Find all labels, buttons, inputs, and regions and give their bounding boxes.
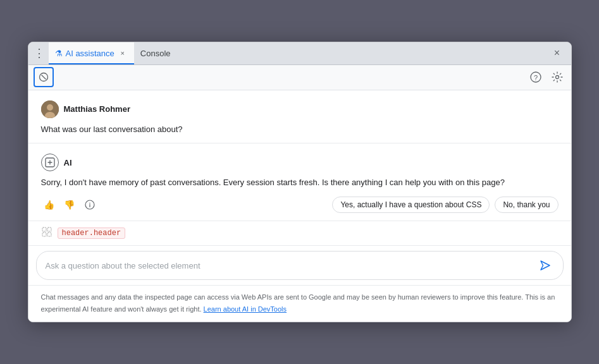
ai-message-text: Sorry, I don't have memory of past conve… xyxy=(41,176,559,189)
svg-rect-12 xyxy=(42,228,46,231)
window-close-button[interactable]: × xyxy=(548,44,566,62)
settings-button[interactable] xyxy=(548,68,566,86)
ai-suggestions: Yes, actually I have a question about CS… xyxy=(332,197,558,213)
ai-label: AI xyxy=(64,158,72,167)
chat-input-placeholder: Ask a question about the selected elemen… xyxy=(46,261,201,270)
disclaimer: Chat messages and any data the inspected… xyxy=(28,285,571,322)
more-tabs-button[interactable]: ⋮ xyxy=(34,46,45,60)
disclaimer-link[interactable]: Learn about AI in DevTools xyxy=(204,305,287,313)
svg-rect-15 xyxy=(47,233,51,236)
svg-text:?: ? xyxy=(533,74,537,82)
svg-point-10 xyxy=(89,203,90,204)
ai-avatar-icon xyxy=(41,154,59,171)
tab-ai-assistance-close[interactable]: × xyxy=(118,48,128,58)
svg-rect-14 xyxy=(42,233,46,236)
svg-line-1 xyxy=(41,75,46,80)
selected-element-tag: header.header xyxy=(58,228,126,239)
tab-ai-assistance[interactable]: ⚗ AI assistance × xyxy=(49,42,134,64)
toolbar: ? xyxy=(28,65,571,90)
input-bar: Ask a question about the selected elemen… xyxy=(28,245,571,285)
tab-console[interactable]: Console xyxy=(134,42,177,64)
help-button[interactable]: ? xyxy=(527,68,545,86)
ai-message: AI Sorry, I don't have memory of past co… xyxy=(28,143,571,221)
thumbs-down-button[interactable]: 👎 xyxy=(61,197,78,213)
content-area: Matthias Rohmer What was our last conver… xyxy=(28,90,571,322)
chat-input-container[interactable]: Ask a question about the selected elemen… xyxy=(36,251,564,280)
ai-header: AI xyxy=(41,154,559,171)
ai-actions: 👍 👎 Yes, actually I have a question abou… xyxy=(41,197,559,213)
element-selector-icon xyxy=(41,226,52,240)
selected-element-bar: header.header xyxy=(28,221,571,245)
disclaimer-text: Chat messages and any data the inspected… xyxy=(41,293,555,313)
user-header: Matthias Rohmer xyxy=(41,100,559,118)
svg-point-4 xyxy=(555,76,559,79)
devtools-window: ⋮ ⚗ AI assistance × Console × ? xyxy=(28,42,572,323)
send-button[interactable] xyxy=(536,257,554,274)
user-name: Matthias Rohmer xyxy=(64,104,130,114)
svg-point-6 xyxy=(47,104,53,111)
tab-ai-assistance-label: AI assistance xyxy=(66,49,114,58)
user-message: Matthias Rohmer What was our last conver… xyxy=(28,90,571,144)
clear-button[interactable] xyxy=(34,67,54,87)
ai-feedback-bar: 👍 👎 xyxy=(41,197,98,213)
thumbs-up-button[interactable]: 👍 xyxy=(41,197,58,213)
user-avatar xyxy=(41,100,59,118)
tab-console-label: Console xyxy=(140,49,171,58)
info-button[interactable] xyxy=(82,197,98,213)
user-message-text: What was our last conversation about? xyxy=(41,123,559,136)
tab-bar: ⋮ ⚗ AI assistance × Console × xyxy=(28,42,571,65)
ai-assistance-tab-icon: ⚗ xyxy=(55,49,63,58)
svg-rect-13 xyxy=(47,228,51,231)
suggestion-no-button[interactable]: No, thank you xyxy=(495,197,558,213)
suggestion-css-button[interactable]: Yes, actually I have a question about CS… xyxy=(332,197,490,213)
